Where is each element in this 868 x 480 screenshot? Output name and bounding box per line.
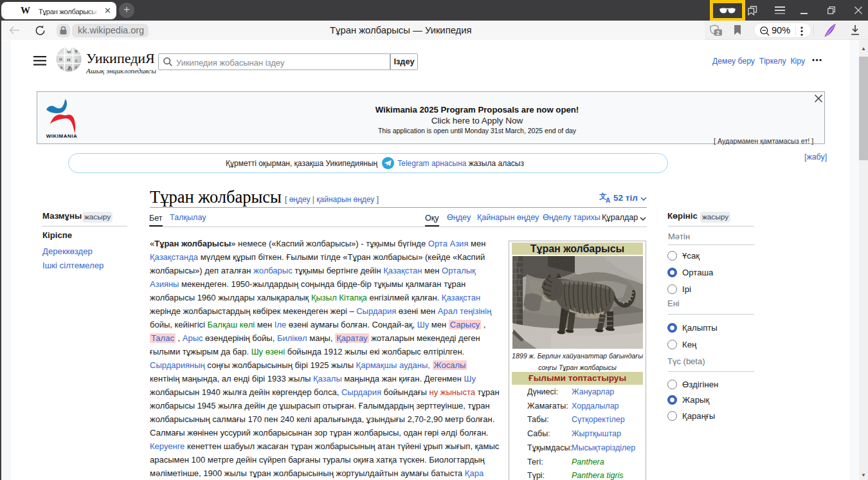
svg-text:ع: ع xyxy=(75,58,78,62)
svg-text:А: А xyxy=(60,66,63,69)
svg-text:2: 2 xyxy=(716,30,719,36)
svg-text:Ω: Ω xyxy=(59,57,62,61)
svg-text:ह: ह xyxy=(75,66,77,69)
svg-text:あ: あ xyxy=(68,66,72,71)
svg-text:И: И xyxy=(67,57,71,62)
svg-text:W: W xyxy=(67,50,71,55)
svg-text:A: A xyxy=(606,197,610,203)
svg-text:字: 字 xyxy=(75,50,78,54)
svg-text:WIKIMANIA: WIKIMANIA xyxy=(46,133,78,139)
